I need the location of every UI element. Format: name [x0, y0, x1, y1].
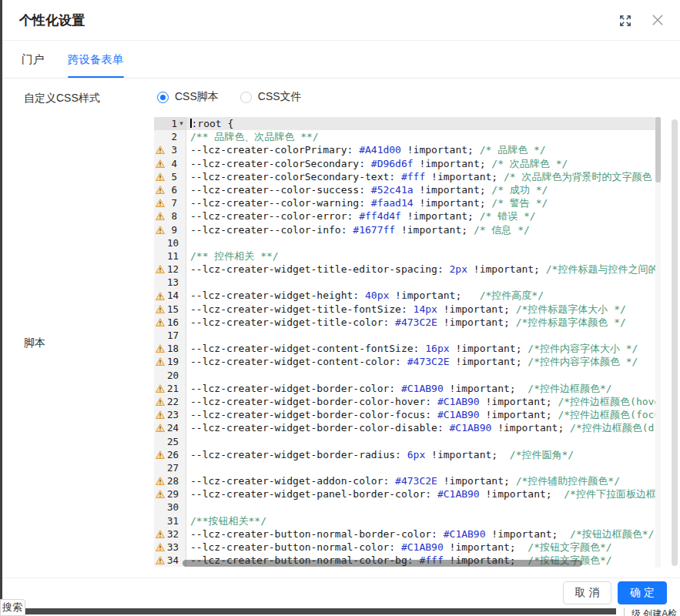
- css-code-editor[interactable]: 1▾:root {2/** 品牌色、次品牌色 **/3--lcz-creater…: [154, 117, 661, 567]
- fold-arrow-icon[interactable]: ▾: [177, 117, 186, 130]
- gutter: 25: [154, 435, 186, 448]
- gutter: 32: [154, 527, 186, 541]
- line-number: 25: [167, 435, 179, 448]
- code-line[interactable]: 26--lcz-creater-widget-border-radius: 6p…: [154, 448, 661, 461]
- code-line[interactable]: 2/** 品牌色、次品牌色 **/: [154, 130, 661, 143]
- code-line[interactable]: 1▾:root {: [154, 117, 661, 130]
- code-line[interactable]: 24--lcz-creater-widget-border-color-disa…: [154, 421, 661, 434]
- code-line[interactable]: 17: [154, 329, 661, 342]
- code-line[interactable]: 4--lcz-creater-colorSecondary: #D96d6f !…: [154, 157, 661, 170]
- gutter: 1▾: [154, 117, 186, 130]
- line-number: 30: [167, 500, 179, 514]
- tab-portal[interactable]: 门户: [22, 52, 44, 67]
- code-line[interactable]: 30: [154, 500, 661, 514]
- gutter: 21: [154, 382, 186, 395]
- background-partial-text: 级 创建A检: [631, 608, 679, 616]
- warning-icon: [156, 490, 165, 498]
- radio-icon[interactable]: [157, 92, 169, 103]
- gutter: 29: [154, 487, 186, 500]
- line-number: 32: [167, 527, 179, 541]
- editor-horizontal-scrollbar-thumb[interactable]: [183, 560, 582, 567]
- code-line[interactable]: 11/** 控件相关 **/: [154, 249, 661, 263]
- gutter: 17: [154, 329, 186, 342]
- line-number: 2: [167, 130, 177, 143]
- custom-css-style-label: 自定义CSS样式: [24, 92, 100, 105]
- warning-icon: [156, 159, 165, 168]
- code-line[interactable]: 33--lcz-creater-button-normal-color: #C1…: [154, 541, 661, 554]
- code-line[interactable]: 29--lcz-creater-widget-panel-border-colo…: [154, 487, 661, 500]
- code-line[interactable]: 5--lcz-creater-colorSecondary-text: #fff…: [154, 170, 661, 183]
- line-number: 26: [167, 448, 179, 461]
- line-number: 23: [167, 408, 179, 421]
- code-line[interactable]: 28--lcz-creater-widget-addon-color: #473…: [154, 474, 661, 487]
- gutter: 33: [154, 541, 186, 554]
- line-number: 19: [167, 355, 179, 368]
- warning-icon: [156, 292, 165, 300]
- code-line[interactable]: 31/**按钮相关**/: [154, 514, 661, 527]
- warning-icon: [156, 265, 165, 273]
- code-line[interactable]: 22--lcz-creater-widget-border-color-hove…: [154, 395, 661, 408]
- code-line[interactable]: 8--lcz-creater--color-error: #ff4d4f !im…: [154, 209, 661, 223]
- editor-vertical-scrollbar-track[interactable]: [655, 117, 661, 567]
- code-line[interactable]: 19--lcz-creater-widget-content-color: #4…: [154, 355, 661, 368]
- gutter: 20: [154, 369, 186, 382]
- tab-cross-device-form[interactable]: 跨设备表单: [68, 52, 124, 67]
- line-number: 5: [167, 170, 177, 183]
- radio-label[interactable]: CSS脚本: [175, 90, 219, 104]
- code-line[interactable]: 16--lcz-creater-widget-title-color: #473…: [154, 316, 661, 329]
- gutter: 8: [154, 209, 186, 223]
- editor-vertical-scrollbar-thumb[interactable]: [655, 117, 661, 182]
- code-line[interactable]: 21--lcz-creater-widget-border-color: #C1…: [154, 382, 661, 395]
- code-line[interactable]: 25: [154, 435, 661, 448]
- radio-icon[interactable]: [240, 92, 252, 103]
- code-line[interactable]: 27: [154, 461, 661, 474]
- gutter: 10: [154, 236, 186, 249]
- gutter: 18: [154, 342, 186, 355]
- warning-icon: [156, 305, 165, 313]
- warning-icon: [156, 212, 165, 220]
- warning-icon: [156, 186, 165, 194]
- line-number: 33: [167, 541, 179, 554]
- code-line[interactable]: 7--lcz-creater--color-warning: #faad14 !…: [154, 196, 661, 209]
- code-line[interactable]: 10: [154, 236, 661, 249]
- code-line[interactable]: 32--lcz-creater-button-normal-border-col…: [154, 527, 661, 541]
- radio-option-css-script[interactable]: CSS脚本: [157, 90, 219, 104]
- background-table-line: [624, 608, 625, 616]
- code-line[interactable]: 20: [154, 369, 661, 382]
- warning-icon: [156, 410, 165, 419]
- gutter: 30: [154, 500, 186, 514]
- gutter: 3: [154, 143, 186, 156]
- warning-icon: [156, 397, 165, 406]
- radio-label[interactable]: CSS文件: [258, 90, 302, 104]
- line-number: 24: [167, 421, 179, 434]
- line-number: 21: [167, 382, 179, 395]
- gutter: 27: [154, 461, 186, 474]
- warning-icon: [156, 384, 165, 393]
- code-line[interactable]: 6--lcz-creater--color-success: #52c41a !…: [154, 183, 661, 196]
- code-line[interactable]: 15--lcz-creater-widget-title-fontSize: 1…: [154, 303, 661, 316]
- code-line[interactable]: 13: [154, 276, 661, 289]
- warning-icon: [156, 172, 165, 181]
- warning-icon: [156, 226, 165, 234]
- warning-icon: [156, 344, 165, 353]
- fullscreen-icon[interactable]: [618, 14, 632, 28]
- code-line[interactable]: 3--lcz-creater-colorPrimary: #A41d00 !im…: [154, 143, 661, 156]
- code-line[interactable]: 14--lcz-creater-widget-height: 40px !imp…: [154, 289, 661, 302]
- code-line[interactable]: 9--lcz-creater--color-info: #1677ff !imp…: [154, 223, 661, 236]
- cancel-button[interactable]: 取 消: [563, 581, 611, 604]
- ok-button[interactable]: 确 定: [618, 581, 667, 604]
- code-line[interactable]: 12--lcz-creater-widget-title-editor-spac…: [154, 263, 661, 276]
- close-icon[interactable]: [651, 13, 665, 27]
- warning-icon: [156, 556, 165, 564]
- footer-divider: [2, 578, 680, 578]
- gutter: 13: [154, 276, 186, 289]
- line-number: 13: [167, 276, 179, 289]
- code-line[interactable]: 23--lcz-creater-widget-border-color-focu…: [154, 408, 661, 421]
- line-number: 9: [167, 223, 177, 236]
- code-line[interactable]: 18--lcz-creater-widget-content-fontSize:…: [154, 342, 661, 355]
- line-number: 7: [167, 196, 177, 209]
- dialog-scrollbar[interactable]: [672, 119, 678, 566]
- tabs-divider: [2, 78, 680, 79]
- gutter: 34: [154, 554, 186, 567]
- radio-option-css-file[interactable]: CSS文件: [240, 90, 302, 104]
